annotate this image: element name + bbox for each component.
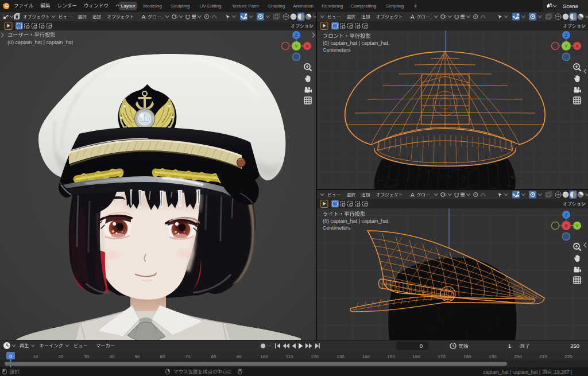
svg-text:Scene: Scene <box>563 3 578 9</box>
svg-text:110: 110 <box>286 354 293 359</box>
svg-text:Y: Y <box>564 44 568 49</box>
svg-text:200: 200 <box>514 354 522 359</box>
svg-text:Compositing: Compositing <box>351 3 376 9</box>
svg-text:70: 70 <box>185 354 191 359</box>
svg-text:1: 1 <box>508 343 511 349</box>
svg-text:130: 130 <box>336 354 345 359</box>
svg-text:X: X <box>564 223 568 228</box>
svg-text:Layout: Layout <box>121 3 136 9</box>
svg-text:250: 250 <box>570 343 579 349</box>
svg-text:+: + <box>413 2 417 9</box>
svg-text:Texture Paint: Texture Paint <box>232 3 259 9</box>
svg-text:Modeling: Modeling <box>143 3 161 9</box>
svg-text:Shading: Shading <box>268 3 285 9</box>
svg-text:UV Editing: UV Editing <box>200 3 222 9</box>
svg-text:Centimeters: Centimeters <box>323 47 351 53</box>
svg-text:X: X <box>305 44 309 49</box>
svg-text:X: X <box>575 44 579 49</box>
svg-text:10: 10 <box>33 354 38 359</box>
svg-text:160: 160 <box>412 354 420 359</box>
svg-text:Z: Z <box>295 33 298 38</box>
svg-text:Z: Z <box>565 33 568 38</box>
svg-text:Animation: Animation <box>293 3 314 9</box>
svg-text:Z: Z <box>565 212 568 218</box>
svg-text:(0) captain_hat | captain_hat: (0) captain_hat | captain_hat <box>323 218 388 224</box>
svg-text:90: 90 <box>237 354 242 359</box>
svg-text:120: 120 <box>311 354 319 359</box>
svg-text:Rendering: Rendering <box>322 3 343 9</box>
svg-text:100: 100 <box>260 354 268 359</box>
svg-text:60: 60 <box>160 354 165 359</box>
svg-text:Y: Y <box>575 223 579 228</box>
svg-text::19,267 |: :19,267 | <box>553 369 572 375</box>
svg-text:0: 0 <box>420 343 423 349</box>
svg-text:220: 220 <box>564 354 572 359</box>
svg-text:150: 150 <box>387 354 395 359</box>
svg-text:Centimeters: Centimeters <box>323 225 351 231</box>
svg-text:(0) captain_hat | captain_hat: (0) captain_hat | captain_hat <box>323 40 388 46</box>
svg-text:(0) captain_hat | captain_hat: (0) captain_hat | captain_hat <box>7 40 73 45</box>
svg-text:170: 170 <box>438 354 446 359</box>
svg-text:180: 180 <box>463 354 471 359</box>
svg-text:30: 30 <box>84 354 90 359</box>
svg-text:20: 20 <box>59 354 64 359</box>
svg-text:Sculpting: Sculpting <box>171 3 190 9</box>
svg-text:140: 140 <box>362 354 370 359</box>
svg-text:0: 0 <box>9 354 12 359</box>
svg-text:210: 210 <box>539 354 547 359</box>
svg-text:captain_hat | captain_hat |: captain_hat | captain_hat | <box>483 369 540 375</box>
svg-text:Scripting: Scripting <box>386 3 404 9</box>
svg-text:50: 50 <box>135 354 140 359</box>
svg-text:40: 40 <box>110 354 115 359</box>
svg-text:190: 190 <box>489 354 497 359</box>
svg-text:80: 80 <box>211 354 216 359</box>
svg-text:Y: Y <box>295 44 298 49</box>
